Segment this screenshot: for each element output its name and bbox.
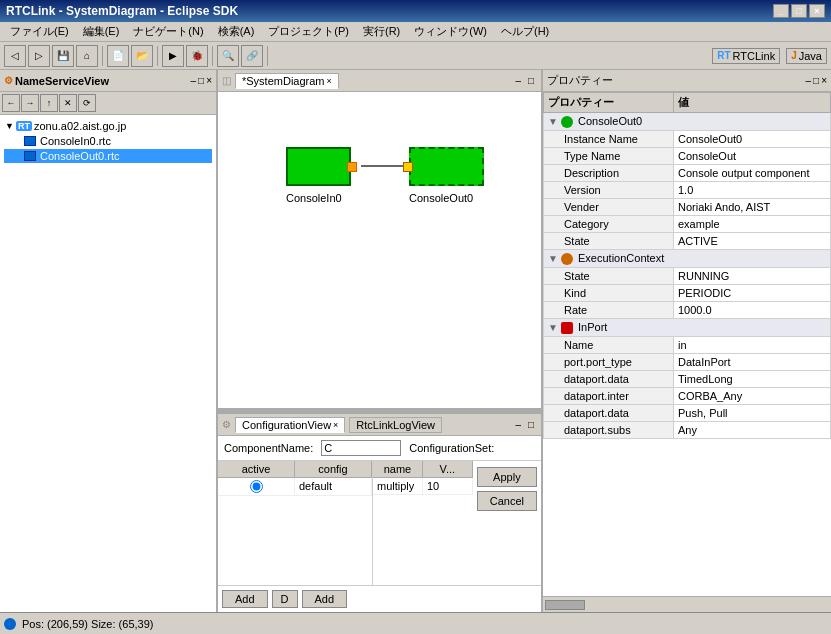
tree-node-consoleout[interactable]: ConsoleOut0.rtc xyxy=(4,149,212,163)
props-scroll: プロパティー 値 ▼ ConsoleOut0 xyxy=(543,92,831,596)
rtclink-button[interactable]: RT RTCLink xyxy=(712,48,780,64)
diagram-canvas[interactable]: ConsoleIn0 ConsoleOut0 xyxy=(218,92,541,410)
menu-file[interactable]: ファイル(E) xyxy=(4,23,75,40)
connection-svg xyxy=(218,92,541,408)
props-horizontal-scrollbar[interactable] xyxy=(543,596,831,612)
props-group-consoleout[interactable]: ▼ ConsoleOut0 xyxy=(544,113,831,131)
props-val-dataport-inter: CORBA_Any xyxy=(674,388,831,405)
config-active-radio[interactable] xyxy=(250,480,263,493)
expand-consoleout[interactable]: ▼ xyxy=(548,116,558,127)
rtc-port-consolein-out[interactable] xyxy=(347,162,357,172)
toolbar-new[interactable]: 📄 xyxy=(107,45,129,67)
menu-window[interactable]: ウィンドウ(W) xyxy=(408,23,493,40)
menu-run[interactable]: 実行(R) xyxy=(357,23,406,40)
cancel-button[interactable]: Cancel xyxy=(477,491,537,511)
config-name-cell: default xyxy=(295,478,372,495)
tree-root: ▼ RT zonu.a02.aist.go.jp ConsoleIn0.rtc … xyxy=(4,119,212,163)
java-icon: J xyxy=(791,50,797,61)
component-name-input[interactable] xyxy=(321,440,401,456)
ns-up[interactable]: ↑ xyxy=(40,94,58,112)
inport-icon xyxy=(561,322,573,334)
toolbar-home[interactable]: ⌂ xyxy=(76,45,98,67)
expand-execctx[interactable]: ▼ xyxy=(548,253,558,264)
toolbar-run[interactable]: ▶ xyxy=(162,45,184,67)
titlebar: RTCLink - SystemDiagram - Eclipse SDK _ … xyxy=(0,0,831,22)
panel-close[interactable]: × xyxy=(206,75,212,86)
rtclink-log-tab[interactable]: RtcLinkLogView xyxy=(349,417,442,433)
props-val-port-type: DataInPort xyxy=(674,354,831,371)
toolbar-debug[interactable]: 🐞 xyxy=(186,45,208,67)
menu-project[interactable]: プロジェクト(P) xyxy=(262,23,355,40)
expand-icon-root[interactable]: ▼ xyxy=(5,121,14,131)
config-active-cell[interactable] xyxy=(218,478,295,495)
toolbar-connect[interactable]: 🔗 xyxy=(241,45,263,67)
config-tab-close[interactable]: × xyxy=(333,420,338,430)
tree-node-root[interactable]: ▼ RT zonu.a02.aist.go.jp xyxy=(4,119,212,133)
consoleout-group-label: ConsoleOut0 xyxy=(578,115,642,127)
config-maximize[interactable]: □ xyxy=(525,419,537,430)
props-close[interactable]: × xyxy=(821,75,827,86)
minimize-button[interactable]: _ xyxy=(773,4,789,18)
rtc-block-consoleout[interactable] xyxy=(409,147,484,186)
toolbar-back[interactable]: ◁ xyxy=(4,45,26,67)
config-view-tab[interactable]: ConfigurationView × xyxy=(235,417,345,433)
system-diagram-tab[interactable]: *SystemDiagram × xyxy=(235,73,339,89)
ns-refresh[interactable]: ⟳ xyxy=(78,94,96,112)
menu-search[interactable]: 検索(A) xyxy=(212,23,261,40)
apply-button[interactable]: Apply xyxy=(477,467,537,487)
props-row-dataport-inter: dataport.inter CORBA_Any xyxy=(544,388,831,405)
close-button[interactable]: × xyxy=(809,4,825,18)
props-row-dataport-data: dataport.data TimedLong xyxy=(544,371,831,388)
center-panel: ◫ *SystemDiagram × – □ xyxy=(218,70,541,612)
diagram-minimize[interactable]: – xyxy=(512,75,524,86)
toolbar-sep3 xyxy=(212,46,213,66)
rtc-port-consoleout-in[interactable] xyxy=(403,162,413,172)
ns-delete[interactable]: ✕ xyxy=(59,94,77,112)
config-set-row: multiply 10 xyxy=(373,478,473,495)
col-value: V... xyxy=(423,461,473,477)
add-config-button[interactable]: Add xyxy=(222,590,268,608)
props-key-state: State xyxy=(544,233,674,250)
panel-minimize[interactable]: – xyxy=(191,75,197,86)
maximize-button[interactable]: □ xyxy=(791,4,807,18)
hscroll-thumb[interactable] xyxy=(545,600,585,610)
menu-help[interactable]: ヘルプ(H) xyxy=(495,23,555,40)
props-minimize[interactable]: – xyxy=(806,75,812,86)
toolbar-forward[interactable]: ▷ xyxy=(28,45,50,67)
props-group-inport[interactable]: ▼ InPort xyxy=(544,319,831,337)
tree-node-consolein[interactable]: ConsoleIn0.rtc xyxy=(4,134,212,148)
toolbar-search[interactable]: 🔍 xyxy=(217,45,239,67)
props-row-vender: Vender Noriaki Ando, AIST xyxy=(544,199,831,216)
toolbar-open[interactable]: 📂 xyxy=(131,45,153,67)
toolbar-save[interactable]: 💾 xyxy=(52,45,74,67)
ns-forward[interactable]: → xyxy=(21,94,39,112)
config-table-body: default xyxy=(218,478,372,585)
props-key-category: Category xyxy=(544,216,674,233)
panel-maximize[interactable]: □ xyxy=(198,75,204,86)
toolbar-sep4 xyxy=(267,46,268,66)
expand-inport[interactable]: ▼ xyxy=(548,322,558,333)
config-panel: ⚙ ConfigurationView × RtcLinkLogView – □… xyxy=(218,412,541,612)
del-config-button[interactable]: D xyxy=(272,590,298,608)
props-key-description: Description xyxy=(544,165,674,182)
tree-label-consoleout: ConsoleOut0.rtc xyxy=(40,150,119,162)
props-key-type-name: Type Name xyxy=(544,148,674,165)
tab-diagram-label: *SystemDiagram xyxy=(242,75,325,87)
tab-diagram-close[interactable]: × xyxy=(327,76,332,86)
props-col-value: 値 xyxy=(674,93,831,113)
component-name-label: ComponentName: xyxy=(224,442,313,454)
props-maximize[interactable]: □ xyxy=(813,75,819,86)
props-group-execctx[interactable]: ▼ ExecutionContext xyxy=(544,250,831,268)
config-minimize[interactable]: – xyxy=(512,419,524,430)
diagram-maximize[interactable]: □ xyxy=(525,75,537,86)
set-value-cell[interactable]: 10 xyxy=(423,478,473,494)
java-button[interactable]: J Java xyxy=(786,48,827,64)
menu-navigate[interactable]: ナビゲート(N) xyxy=(127,23,209,40)
rtc-block-consolein[interactable] xyxy=(286,147,351,186)
config-top-row: ComponentName: ConfigurationSet: xyxy=(218,436,541,461)
add-set-button[interactable]: Add xyxy=(302,590,348,608)
consoleout-status-icon xyxy=(561,116,573,128)
menu-edit[interactable]: 編集(E) xyxy=(77,23,126,40)
props-val-ec-state: RUNNING xyxy=(674,268,831,285)
ns-back[interactable]: ← xyxy=(2,94,20,112)
